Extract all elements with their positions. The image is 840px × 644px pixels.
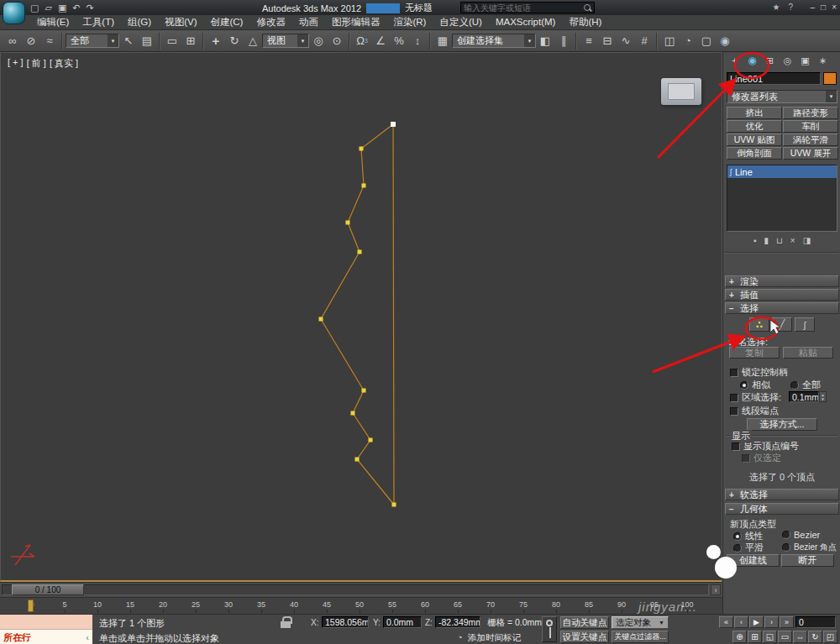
angle-snap-icon[interactable]: ∠	[371, 33, 390, 50]
selection-lock-icon[interactable]	[281, 616, 291, 628]
z-coordinate-field[interactable]: -82.349mm	[435, 616, 480, 628]
all-radio[interactable]	[790, 381, 799, 390]
help-icon[interactable]: ?	[788, 3, 793, 12]
create-tab-icon[interactable]: +	[727, 54, 743, 67]
selected-only-checkbox[interactable]	[742, 454, 750, 463]
current-frame-marker[interactable]	[28, 599, 34, 612]
auto-key-button[interactable]: 自动关键点	[560, 616, 609, 629]
save-file-icon[interactable]: ▣	[58, 3, 66, 13]
listener-scroll-icon[interactable]: ‹	[86, 632, 89, 642]
next-frame-arrow[interactable]: ›	[711, 584, 721, 595]
snap-toggle-icon[interactable]: Ω3	[353, 33, 371, 50]
dropdown-arrow-icon[interactable]: ▼	[108, 34, 118, 47]
window-crossing-icon[interactable]: ⊞	[181, 33, 200, 50]
rollout-soft-selection[interactable]: + 软选择	[725, 489, 839, 500]
modifier-button[interactable]: UVW 贴图	[727, 134, 782, 146]
zoom-region-icon[interactable]: ▭	[778, 631, 792, 643]
lock-handles-checkbox[interactable]	[730, 369, 738, 377]
modifier-button[interactable]: 车削	[783, 120, 838, 133]
stack-item-line[interactable]: ʃ Line	[727, 165, 837, 178]
spinner-down-icon[interactable]: ▾	[822, 397, 824, 401]
spinner-snap-icon[interactable]: ↕	[408, 33, 427, 50]
menu-item[interactable]: 渲染(R)	[386, 15, 433, 29]
search-icon[interactable]	[584, 4, 591, 12]
redo-icon[interactable]: ↷	[87, 3, 94, 13]
modify-tab-icon[interactable]: ◉	[744, 54, 760, 67]
go-to-start-button[interactable]: «	[719, 616, 733, 628]
line-spline-object[interactable]	[1, 53, 723, 583]
application-menu-button[interactable]	[3, 2, 25, 24]
segment-end-checkbox[interactable]	[730, 407, 738, 416]
modifier-button[interactable]: 涡轮平滑	[783, 134, 838, 146]
copy-button[interactable]: 复制	[729, 347, 780, 359]
render-setup-icon[interactable]: ◔	[679, 33, 697, 50]
viewport-menu-view[interactable]: [ 前 ]	[27, 57, 46, 70]
mirror-icon[interactable]: ◧	[536, 33, 554, 50]
maximize-icon[interactable]: □	[821, 3, 826, 12]
named-selection-set-dropdown[interactable]: 创建选择集 ▼	[452, 34, 536, 48]
menu-item[interactable]: 编辑(E)	[30, 15, 76, 29]
x-coordinate-field[interactable]: 1598.056m	[322, 616, 369, 628]
next-frame-button[interactable]: ›	[764, 616, 779, 628]
align-icon[interactable]: ∥	[554, 33, 573, 50]
pin-stack-icon[interactable]: ▪	[753, 237, 757, 245]
unlink-selection-icon[interactable]: ⊘	[22, 33, 40, 50]
menu-item[interactable]: 工具(T)	[76, 15, 121, 29]
smooth-radio[interactable]	[733, 544, 742, 552]
motion-tab-icon[interactable]: ◎	[780, 54, 795, 67]
modifier-list-dropdown[interactable]: 修改器列表 ▼	[727, 90, 837, 103]
modifier-button[interactable]: 挤出	[727, 107, 782, 119]
rollout-interpolation[interactable]: + 插值	[725, 289, 839, 301]
rendered-frame-window-icon[interactable]: ▢	[697, 33, 716, 50]
go-to-end-button[interactable]: »	[780, 616, 794, 628]
set-key-button[interactable]: 设置关键点	[560, 631, 609, 643]
alike-radio[interactable]	[740, 381, 748, 390]
hierarchy-tab-icon[interactable]: ⊞	[762, 54, 778, 67]
menu-item[interactable]: 帮助(H)	[562, 15, 608, 29]
rectangular-selection-region-icon[interactable]: ▭	[163, 33, 181, 50]
make-unique-icon[interactable]: ⊔	[776, 237, 783, 245]
menu-item[interactable]: MAXScript(M)	[489, 15, 563, 29]
schematic-view-icon[interactable]: #	[635, 33, 654, 50]
curve-editor-icon[interactable]: ∿	[617, 33, 635, 50]
select-and-rotate-icon[interactable]: ↻	[225, 33, 244, 50]
select-and-link-icon[interactable]: ∞	[3, 33, 22, 50]
menu-item[interactable]: 创建(C)	[203, 15, 249, 29]
time-slider-track[interactable]	[2, 584, 709, 595]
listener-macro-row[interactable]	[0, 615, 92, 630]
dropdown-arrow-icon[interactable]: ▼	[297, 34, 308, 47]
rollout-selection[interactable]: − 选择	[725, 302, 839, 314]
modifier-stack[interactable]: ʃ Line	[727, 165, 837, 232]
object-color-swatch[interactable]	[823, 72, 837, 85]
select-and-manipulate-icon[interactable]: ⊙	[328, 33, 346, 50]
track-bar[interactable]: 0510152025303540455055606570758085909510…	[0, 597, 722, 614]
menu-item[interactable]: 修改器	[249, 15, 292, 29]
use-pivot-center-icon[interactable]: ◎	[309, 33, 328, 50]
open-file-icon[interactable]: ▱	[45, 3, 51, 13]
bind-to-spacewarp-icon[interactable]: ≈	[40, 33, 59, 50]
key-filter-target-dropdown[interactable]: 选定对象 ▼	[612, 616, 669, 629]
object-name-field[interactable]: Line001	[727, 72, 821, 85]
percent-snap-icon[interactable]: %	[390, 33, 408, 50]
dropdown-arrow-icon[interactable]: ▼	[524, 34, 535, 47]
layer-manager-icon[interactable]: ≡	[580, 33, 598, 50]
menu-item[interactable]: 视图(V)	[158, 15, 203, 29]
rollout-geometry[interactable]: − 几何体	[725, 503, 839, 515]
remove-modifier-icon[interactable]: ×	[790, 237, 795, 245]
menu-item[interactable]: 动画	[292, 15, 325, 29]
time-slider-handle[interactable]: 0 / 100	[12, 584, 84, 595]
orbit-icon[interactable]: ↻	[808, 631, 822, 643]
previous-frame-button[interactable]: ‹	[734, 616, 748, 628]
favorites-icon[interactable]: ★	[772, 3, 780, 12]
current-frame-field[interactable]: 0	[795, 616, 836, 628]
spinner-arrows[interactable]: ▴▾	[819, 391, 827, 402]
play-button[interactable]: ▶	[749, 616, 764, 628]
menu-item[interactable]: 自定义(U)	[433, 15, 488, 29]
add-time-tag-button[interactable]: 添加时间标记	[468, 632, 521, 644]
segment-subobject-button[interactable]: ╱	[772, 317, 792, 332]
menu-item[interactable]: 图形编辑器	[325, 15, 387, 29]
edit-named-selection-sets-icon[interactable]: ▦	[433, 33, 452, 50]
close-icon[interactable]: ×	[832, 3, 837, 12]
break-button[interactable]: 断开	[781, 554, 834, 567]
area-threshold-field[interactable]: 0.1mm	[789, 391, 819, 402]
